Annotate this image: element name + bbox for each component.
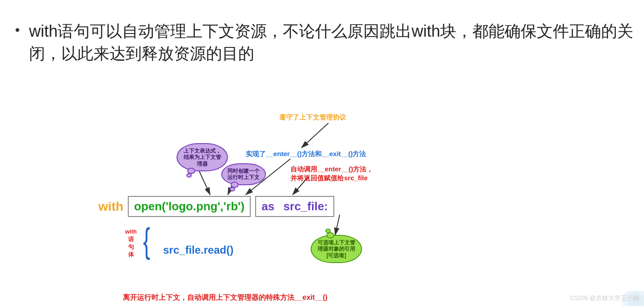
- box-as-target: as src_file:: [255, 196, 334, 217]
- code-body: src_file.read(): [163, 244, 233, 256]
- auto-call-line1: 自动调用__enter__()方法，: [290, 165, 373, 173]
- label-enter-exit: 实现了__enter__()方法和__exit__()方法: [246, 150, 366, 158]
- code-open: open('logo.png','rb'): [134, 200, 244, 213]
- label-protocol: 遵守了上下文管理协议: [279, 113, 346, 122]
- auto-call-line2: 并将返回值赋值给src_file: [290, 174, 368, 182]
- cloud-runtime-context: 同时创建一个 运行时上下文: [221, 163, 266, 185]
- box-open-call: open('logo.png','rb'): [128, 196, 251, 217]
- watermark: CSDN @吉林大学王小翰: [570, 294, 640, 302]
- var-srcfile: src_file:: [283, 200, 328, 213]
- heading-content: with语句可以自动管理上下文资源，不论什么原因跳出with块，都能确保文件正确…: [29, 22, 633, 63]
- svg-line-5: [335, 215, 340, 235]
- code-line: with open('logo.png','rb') as src_file:: [98, 196, 334, 217]
- keyword-with: with: [98, 200, 123, 214]
- with-diagram: 遵守了上下文管理协议 实现了__enter__()方法和__exit__()方法…: [98, 112, 545, 304]
- brace-label: with 语 句 体: [125, 228, 137, 259]
- cloud-optional-ref: 可选项上下文管 理器对象的引用 [可选项]: [311, 235, 362, 263]
- keyword-as: as: [261, 200, 274, 213]
- heading-text: with语句可以自动管理上下文资源，不论什么原因跳出with块，都能确保文件正确…: [29, 20, 641, 65]
- bullet-icon: [16, 28, 19, 32]
- svg-line-3: [302, 123, 328, 148]
- cloud-context-expr: 上下文表达式， 结果为上下文管 理器: [177, 143, 228, 171]
- label-auto-call: 自动调用__enter__()方法， 并将返回值赋值给src_file: [290, 165, 373, 182]
- label-exit-call: 离开运行时上下文，自动调用上下文管理器的特殊方法__exit__(): [123, 293, 328, 302]
- curly-brace-icon: {: [143, 221, 150, 261]
